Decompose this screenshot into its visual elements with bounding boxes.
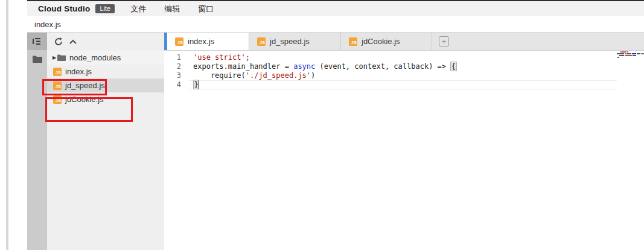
minimap-segment [632, 53, 636, 54]
code-token: async [293, 62, 315, 71]
new-tab-button[interactable]: + [439, 36, 449, 46]
tab-label: jd_speed.js [270, 37, 310, 46]
tab-jd-speed-js[interactable]: JSjd_speed.js [249, 33, 341, 50]
tree-item-index-js[interactable]: JSindex.js [47, 65, 164, 79]
menu-items: 文件编辑窗口 [130, 4, 232, 14]
code-line-1: 'use strict'; [193, 53, 616, 62]
minimap-segment [625, 53, 626, 54]
menu-item-2[interactable]: 窗口 [198, 4, 214, 14]
minimap-segment [620, 51, 626, 53]
app-title: Cloud Studio [38, 4, 90, 13]
minimap-segment [625, 55, 633, 56]
code-token: ) [311, 71, 315, 80]
minimap-line [617, 51, 644, 53]
code-line-4: } [193, 80, 616, 89]
minimap-segment [617, 53, 624, 54]
menu-bar: Cloud Studio Lite 文件编辑窗口 [27, 1, 644, 16]
line-number: 3 [164, 71, 189, 80]
line-number: 1 [164, 53, 189, 62]
breadcrumb: index.js [34, 20, 61, 29]
menu-item-1[interactable]: 编辑 [164, 4, 180, 14]
refresh-icon [54, 37, 63, 46]
code-token: exports.main_handler = [193, 62, 293, 71]
tree-item-label: node_modules [69, 53, 121, 62]
code-content: 'use strict';exports.main_handler = asyn… [193, 53, 616, 89]
tab-label: index.js [188, 37, 214, 46]
minimap-line [617, 53, 644, 54]
lite-badge: Lite [95, 4, 115, 13]
minimap-segment [637, 53, 640, 54]
explorer-toolbar [47, 33, 164, 51]
folder-icon [57, 54, 66, 61]
disclosure-arrow-icon[interactable]: ▶ [53, 56, 57, 60]
js-file-icon: JS [53, 68, 62, 76]
refresh-button[interactable] [53, 36, 65, 48]
code-token: 'use strict'; [193, 53, 250, 62]
text-cursor [199, 80, 199, 89]
minimap-line [617, 57, 644, 58]
outline-tree-icon [33, 37, 42, 45]
collapse-up-icon [69, 39, 77, 44]
minimap-segment [617, 57, 619, 58]
js-file-icon: JS [257, 37, 266, 46]
tab-jdcookie-js[interactable]: JSjdCookie.js [341, 33, 432, 50]
code-line-2: exports.main_handler = async (event, con… [193, 62, 616, 71]
minimap-line [617, 55, 644, 56]
code-token: { [450, 62, 456, 71]
activity-item-files[interactable] [27, 50, 47, 68]
minimap-segment [633, 55, 636, 56]
cloud-studio-window: Cloud Studio Lite 文件编辑窗口 index.js [0, 0, 644, 250]
tab-bar: JSindex.jsJSjd_speed.jsJSjdCookie.js+ [164, 33, 644, 51]
js-file-icon: JS [349, 37, 357, 46]
app-shell: Cloud Studio Lite 文件编辑窗口 index.js [27, 0, 644, 250]
folder-icon [33, 56, 42, 63]
window-edge-strip [6, 0, 8, 250]
collapse-all-button[interactable] [67, 36, 79, 48]
js-file-icon: JS [53, 68, 62, 76]
minimap-segment [626, 51, 628, 53]
annotation-box-jdcookie [45, 97, 133, 122]
tree-item-node-modules[interactable]: ▶node_modules [47, 51, 164, 65]
minimap-segment [626, 53, 631, 54]
tab-label: jdCookie.js [362, 37, 400, 46]
minimap-segment [619, 55, 624, 56]
code-token: require( [193, 71, 246, 80]
main-area: ▶node_modulesJSindex.jsJSjd_speed.jsJSjd… [27, 33, 644, 250]
explorer-panel: ▶node_modulesJSindex.jsJSjd_speed.jsJSjd… [47, 33, 164, 250]
line-number-gutter: 1234 [164, 53, 189, 89]
minimap-segment [641, 53, 644, 54]
code-token: './jd_speed.js' [246, 71, 311, 80]
js-file-icon: JS [175, 37, 183, 46]
code-line-3: require('./jd_speed.js') [193, 71, 616, 80]
breadcrumb-bar: index.js [27, 16, 644, 33]
minimap[interactable] [617, 51, 644, 79]
activity-bar [27, 33, 47, 250]
tab-index-js[interactable]: JSindex.js [164, 33, 249, 50]
line-number: 2 [164, 62, 189, 71]
tree-item-label: index.js [65, 67, 92, 76]
code-token: (event, context, callback) => [315, 62, 450, 71]
line-number: 4 [164, 80, 189, 89]
activity-item-explorer[interactable] [27, 33, 47, 50]
menu-item-0[interactable]: 文件 [130, 4, 146, 14]
editor-group: JSindex.jsJSjd_speed.jsJSjdCookie.js+ 12… [164, 33, 644, 250]
annotation-box-jd-speed [42, 79, 107, 95]
code-editor[interactable]: 1234 'use strict';exports.main_handler =… [164, 51, 644, 250]
